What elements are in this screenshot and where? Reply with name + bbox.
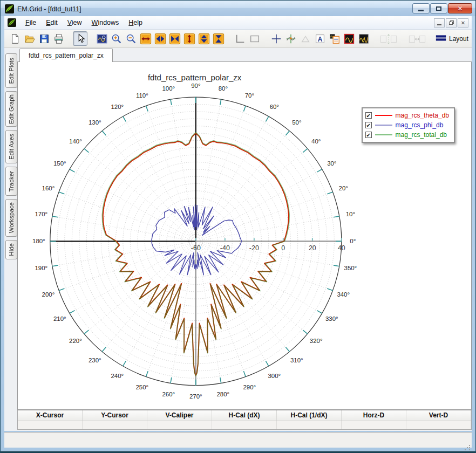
angle-tick-label: 100° <box>162 85 175 92</box>
tracker-column-header: V-Caliper <box>147 410 212 421</box>
menu-file[interactable]: File <box>21 17 41 28</box>
angle-tick-label: 290° <box>243 384 256 390</box>
mdi-minimize-button[interactable] <box>434 18 445 28</box>
document-tab[interactable]: fdtd_rcs_pattern_polar_zx <box>19 49 113 62</box>
layout-button-label[interactable]: Layout <box>449 35 468 43</box>
tracker-value-cell <box>406 421 471 429</box>
angle-tick-label: 270° <box>189 393 202 400</box>
sidebar-tab-edit-axes[interactable]: Edit Axes <box>5 130 17 163</box>
angle-tick-label: 340° <box>337 291 350 298</box>
caliper-icon <box>298 31 312 46</box>
mdi-restore-button[interactable] <box>446 18 457 28</box>
tracker-icon[interactable] <box>283 31 298 46</box>
plot-panel: 0°10°20°30°40°50°60°70°80°90°100°110°120… <box>17 62 472 410</box>
expand-h-icon[interactable] <box>153 31 167 46</box>
legend-row: ✔mag_rcs_total_db <box>365 130 449 140</box>
angle-tick-label: 260° <box>162 391 175 397</box>
shrink-h-icon[interactable] <box>167 31 182 46</box>
document-icon <box>8 18 16 27</box>
sidebar-tab-hide[interactable]: Hide <box>5 240 17 259</box>
print-icon[interactable] <box>51 31 66 46</box>
main-area: Edit PlotsEdit GraphEdit AxesTrackerWork… <box>4 48 472 431</box>
full-extent-v-icon[interactable] <box>182 31 196 46</box>
angle-tick-label: 70° <box>245 92 254 99</box>
angle-tick-label: 320° <box>310 338 323 344</box>
tracker-value-cell <box>147 421 212 429</box>
content-area: fdtd_rcs_pattern_polar_zx 0°10°20°30°40°… <box>17 48 472 431</box>
full-extent-h-icon[interactable] <box>138 31 153 46</box>
status-bar <box>4 432 472 448</box>
maximize-button[interactable] <box>430 3 447 13</box>
legend-swatch <box>375 115 392 116</box>
resize-grip[interactable] <box>469 445 470 446</box>
menu-edit[interactable]: Edit <box>41 17 63 28</box>
mdi-close-button[interactable]: ✕ <box>458 18 468 28</box>
zoom-out-icon[interactable] <box>124 31 138 46</box>
menu-help[interactable]: Help <box>124 17 147 28</box>
legend-checkbox[interactable]: ✔ <box>365 112 372 119</box>
angle-tick-label: 240° <box>111 373 124 379</box>
overlay-plots-icon[interactable] <box>356 31 371 46</box>
legend-checkbox[interactable]: ✔ <box>365 132 372 138</box>
angle-tick-label: 300° <box>268 373 281 379</box>
tracker-column-header: Y-Cursor <box>83 410 147 421</box>
pointer-icon[interactable] <box>73 31 87 46</box>
tracker-column-header: H-Cal (1/dX) <box>277 410 342 421</box>
split-v-icon <box>378 31 399 46</box>
tracker-column-header: Vert-D <box>406 410 471 421</box>
tracker-column-header: H-Cal (dX) <box>212 410 277 421</box>
menu-windows[interactable]: Windows <box>87 17 124 28</box>
tracker-header-row: X-CursorY-CursorV-CaliperH-Cal (dX)H-Cal… <box>18 410 471 421</box>
angle-tick-label: 230° <box>89 357 101 363</box>
angle-tick-label: 60° <box>270 104 279 110</box>
radial-tick-label: 20 <box>309 244 316 252</box>
angle-tick-label: 90° <box>191 83 200 89</box>
radial-tick-label: -40 <box>220 244 230 252</box>
tracker-value-cell <box>277 421 342 429</box>
window-border-edge <box>1 451 475 452</box>
angle-tick-label: 30° <box>327 160 336 167</box>
minimize-button[interactable] <box>412 3 430 13</box>
angle-tick-label: 210° <box>53 315 66 322</box>
window-border <box>1 448 475 451</box>
edit-plot-icon[interactable] <box>342 31 356 46</box>
new-file-icon[interactable] <box>8 31 22 46</box>
title-bar: EM.Grid - [fdtd_tut11] ✕ <box>1 1 475 16</box>
zoom-in-icon[interactable] <box>109 31 124 46</box>
legend-icon[interactable] <box>327 31 342 46</box>
split-h-icon <box>406 31 428 46</box>
angle-tick-label: 330° <box>325 315 338 322</box>
crosshair-icon[interactable] <box>269 31 283 46</box>
angle-tick-label: 80° <box>219 85 228 92</box>
menu-view[interactable]: View <box>63 17 87 28</box>
expand-v-icon[interactable] <box>196 31 211 46</box>
shrink-v-icon[interactable] <box>211 31 226 46</box>
axes-icon[interactable] <box>233 31 247 46</box>
angle-tick-label: 350° <box>344 265 357 271</box>
angle-tick-label: 310° <box>290 357 303 363</box>
sidebar-tab-workspace[interactable]: Workspace <box>5 199 17 237</box>
tracker-value-cell <box>342 421 406 429</box>
legend-checkbox[interactable]: ✔ <box>365 122 372 128</box>
grid-box-icon[interactable] <box>247 31 262 46</box>
open-file-icon[interactable] <box>22 31 37 46</box>
sidebar-tab-edit-plots[interactable]: Edit Plots <box>5 53 17 88</box>
chart-title: fdtd_rcs_pattern_polar_zx <box>18 73 371 82</box>
close-button[interactable]: ✕ <box>448 3 472 13</box>
sidebar-tab-strip: Edit PlotsEdit GraphEdit AxesTrackerWork… <box>4 48 17 431</box>
layout-icon[interactable] <box>435 32 447 46</box>
tracker-bar: X-CursorY-CursorV-CaliperH-Cal (dX)H-Cal… <box>17 410 472 430</box>
save-icon[interactable] <box>37 31 51 46</box>
svg-text:A: A <box>317 35 322 43</box>
angle-tick-label: 200° <box>42 291 55 298</box>
tracker-value-row <box>18 421 471 429</box>
legend-row: ✔mag_rcs_phi_db <box>365 120 449 130</box>
app-window: EM.Grid - [fdtd_tut11] ✕ FileEditViewWin… <box>0 0 476 453</box>
angle-tick-label: 180° <box>32 238 45 244</box>
legend-label: mag_rcs_phi_db <box>396 121 444 129</box>
text-annotation-icon[interactable]: A <box>312 31 327 46</box>
sidebar-tab-tracker[interactable]: Tracker <box>5 167 17 196</box>
zoom-window-icon[interactable] <box>94 31 109 46</box>
window-title: EM.Grid - [fdtd_tut11] <box>17 5 412 13</box>
sidebar-tab-edit-graph[interactable]: Edit Graph <box>5 91 17 127</box>
